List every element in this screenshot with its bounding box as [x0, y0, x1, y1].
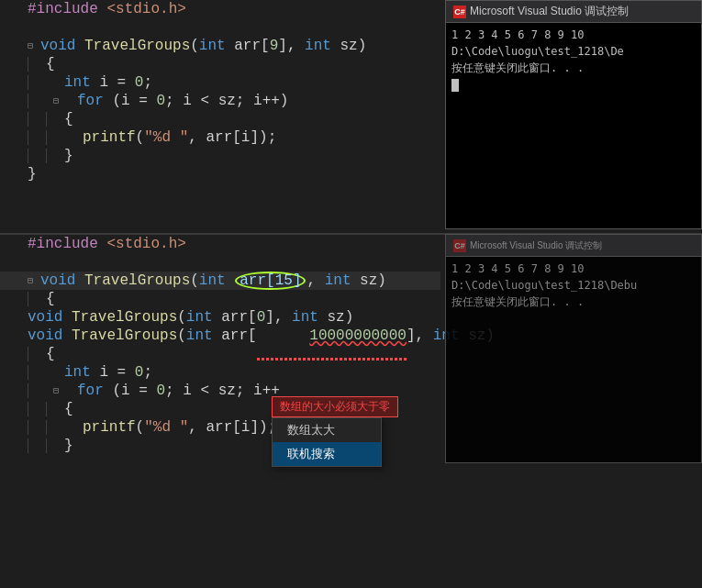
code-line-include2: #include <stdio.h>	[0, 235, 440, 253]
collapse-arrow[interactable]: ⊟	[28, 40, 39, 51]
console-title-top: Microsoft Visual Studio 调试控制	[470, 4, 629, 19]
code-line-func-arr15: ⊟ void TravelGroups ( int arr[15] , int …	[0, 272, 440, 290]
collapse-arrow-for2[interactable]: ⊟	[53, 385, 64, 396]
console-cursor	[451, 79, 459, 92]
console-line-2: D:\Code\luogu\test_1218\De	[451, 43, 696, 60]
console-line-1: 1 2 3 4 5 6 7 8 9 10	[451, 27, 696, 43]
code-line-func-arr-big: void TravelGroups ( int arr[ 10000000000…	[0, 327, 440, 345]
collapse-arrow-for[interactable]: ⊟	[53, 95, 64, 106]
console-icon-top: C#	[453, 6, 466, 18]
console-bottom-line-2: D:\Code\luogu\test_1218\Debu	[451, 277, 696, 294]
console-titlebar-top: C# Microsoft Visual Studio 调试控制	[446, 1, 701, 23]
collapse-arrow2[interactable]: ⊟	[28, 275, 39, 286]
console-content-top: 1 2 3 4 5 6 7 8 9 10 D:\Code\luogu\test_…	[446, 23, 701, 96]
context-menu-item-too-large[interactable]: 数组太大	[273, 418, 381, 442]
console-icon-bottom: C#	[453, 239, 466, 252]
console-titlebar-bottom: C# Microsoft Visual Studio 调试控制	[446, 235, 701, 257]
error-tooltip: 数组的大小必须大于零	[272, 396, 398, 417]
console-panel-top: C# Microsoft Visual Studio 调试控制 1 2 3 4 …	[445, 0, 702, 229]
console-line-3: 按任意键关闭此窗口. . .	[451, 60, 696, 76]
console-bottom-line-1: 1 2 3 4 5 6 7 8 9 10	[451, 261, 696, 277]
console-content-bottom: 1 2 3 4 5 6 7 8 9 10 D:\Code\luogu\test_…	[446, 257, 701, 314]
console-title-bottom: Microsoft Visual Studio 调试控制	[470, 239, 602, 252]
console-cursor-line	[451, 76, 696, 93]
code-line-blank2	[0, 253, 440, 272]
context-menu[interactable]: 数组太大 联机搜索	[272, 417, 382, 467]
code-line-int-i2: int i = 0 ;	[0, 363, 440, 382]
console-bottom-line-3: 按任意键关闭此窗口. . .	[451, 294, 696, 310]
arr15-highlight: arr[15]	[235, 272, 306, 290]
context-menu-item-search[interactable]: 联机搜索	[273, 442, 381, 466]
code-line-brace4: {	[0, 290, 440, 308]
console-panel-bottom: C# Microsoft Visual Studio 调试控制 1 2 3 4 …	[445, 234, 702, 463]
